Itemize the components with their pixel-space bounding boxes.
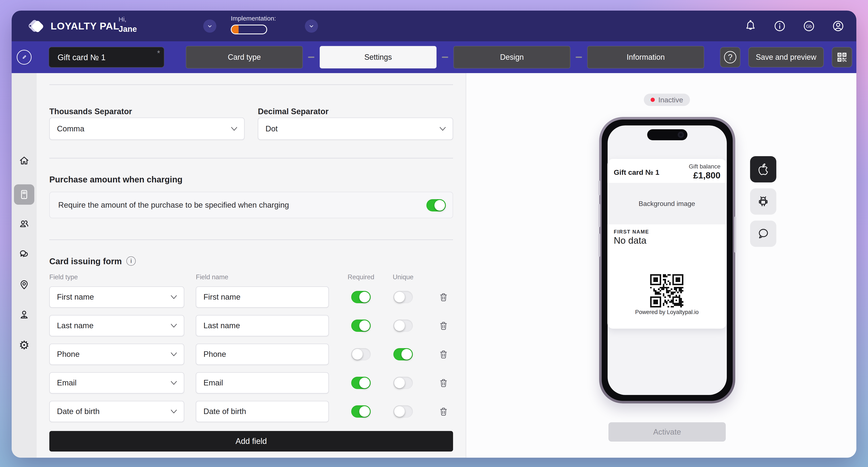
help-button[interactable]: ? bbox=[720, 47, 740, 67]
implementation-dropdown-button[interactable] bbox=[305, 20, 318, 33]
trash-icon[interactable] bbox=[438, 378, 448, 388]
field-type-select[interactable]: Email bbox=[49, 372, 184, 393]
thousands-separator-value: Comma bbox=[57, 118, 85, 139]
field-name-input[interactable]: Email bbox=[196, 372, 329, 393]
field-name-input[interactable]: First name bbox=[196, 287, 329, 308]
field-type-value: Last name bbox=[57, 316, 94, 336]
unique-toggle[interactable] bbox=[393, 405, 413, 418]
unique-toggle[interactable] bbox=[393, 377, 413, 389]
qr-code bbox=[650, 274, 683, 308]
sidebar-item-messages[interactable] bbox=[14, 244, 34, 264]
profile-button[interactable] bbox=[832, 20, 845, 33]
app-logo: LOYALTY PAL bbox=[27, 16, 119, 36]
card-toolbar: Gift card № 1 * Card type Settings Desig… bbox=[12, 41, 856, 73]
tab-connector bbox=[570, 57, 587, 58]
bell-icon bbox=[744, 20, 757, 33]
thousands-separator-select[interactable]: Comma bbox=[49, 118, 245, 140]
tab-card-type[interactable]: Card type bbox=[186, 46, 303, 68]
toggle-knob bbox=[394, 320, 405, 331]
card-steps-tabs: Card type Settings Design Information bbox=[186, 46, 704, 68]
activate-button[interactable]: Activate bbox=[609, 422, 726, 442]
purchase-section-title: Purchase amount when charging bbox=[49, 175, 183, 184]
top-navbar: LOYALTY PAL Hi, Jane Implementation: bbox=[12, 10, 856, 41]
trash-icon[interactable] bbox=[438, 321, 448, 331]
sidebar-item-cards[interactable] bbox=[14, 184, 34, 205]
chevron-down-icon bbox=[170, 352, 178, 357]
notifications-button[interactable] bbox=[744, 20, 757, 33]
column-header-field-type: Field type bbox=[49, 273, 78, 281]
preview-card-title: Gift card № 1 bbox=[614, 168, 659, 176]
add-field-button[interactable]: Add field bbox=[49, 431, 453, 451]
field-name-input[interactable]: Phone bbox=[196, 344, 329, 365]
chevron-down-icon bbox=[170, 409, 178, 414]
edit-card-name-button[interactable] bbox=[17, 50, 32, 65]
unique-toggle[interactable] bbox=[393, 320, 413, 332]
tab-information[interactable]: Information bbox=[587, 46, 704, 68]
column-header-unique: Unique bbox=[384, 273, 422, 281]
tab-settings[interactable]: Settings bbox=[320, 46, 437, 68]
required-toggle[interactable] bbox=[351, 291, 371, 303]
chevron-down-icon bbox=[170, 323, 178, 328]
tab-design[interactable]: Design bbox=[454, 46, 570, 68]
platform-chat-button[interactable] bbox=[750, 221, 776, 247]
required-toggle[interactable] bbox=[351, 377, 371, 389]
field-name-input[interactable]: Last name bbox=[196, 315, 329, 336]
trash-icon[interactable] bbox=[438, 406, 448, 416]
required-toggle[interactable] bbox=[351, 320, 371, 332]
decimal-separator-select[interactable]: Dot bbox=[258, 118, 453, 140]
phone-power-button bbox=[734, 216, 736, 253]
column-header-required: Required bbox=[342, 273, 380, 281]
sidebar-item-locations[interactable] bbox=[14, 274, 34, 295]
field-type-select[interactable]: First name bbox=[49, 287, 184, 308]
implementation-label: Implementation: bbox=[231, 15, 276, 22]
card-name-value: Gift card № 1 bbox=[58, 47, 106, 67]
field-name-value: Last name bbox=[204, 316, 240, 336]
trash-icon[interactable] bbox=[438, 292, 448, 302]
greeting-small: Hi, bbox=[119, 16, 137, 23]
require-amount-label: Require the amount of the purchase to be… bbox=[58, 192, 289, 218]
phone-volume-down-button bbox=[598, 233, 600, 257]
language-button[interactable]: Gb bbox=[802, 20, 815, 33]
decimal-separator-value: Dot bbox=[266, 118, 278, 139]
card-name-input[interactable]: Gift card № 1 * bbox=[49, 47, 164, 67]
info-icon[interactable]: i bbox=[126, 256, 136, 266]
gift-balance-label: Gift balance bbox=[689, 163, 720, 170]
background-placeholder-label: Background image bbox=[639, 200, 695, 208]
qr-code-button[interactable] bbox=[832, 47, 852, 67]
sidebar-item-settings[interactable]: ⚙ bbox=[14, 335, 34, 355]
field-type-select[interactable]: Last name bbox=[49, 315, 184, 336]
platform-android-button[interactable] bbox=[750, 188, 776, 215]
powered-by-label: Powered by Loyaltypal.io bbox=[608, 309, 726, 316]
unique-toggle[interactable] bbox=[393, 291, 413, 303]
required-toggle[interactable] bbox=[351, 405, 371, 418]
field-type-select[interactable]: Phone bbox=[49, 344, 184, 365]
phone-mute-switch bbox=[598, 180, 600, 195]
required-toggle[interactable] bbox=[351, 348, 371, 360]
status-badge: Inactive bbox=[644, 94, 690, 106]
info-button[interactable] bbox=[773, 20, 786, 33]
field-name-input[interactable]: Date of birth bbox=[196, 401, 329, 422]
required-mark: * bbox=[157, 49, 160, 58]
field-type-value: First name bbox=[57, 287, 94, 307]
sidebar-item-home[interactable] bbox=[14, 150, 34, 171]
sidebar-item-customers[interactable] bbox=[14, 213, 34, 234]
customers-icon bbox=[19, 218, 30, 230]
form-row: Date of birth Date of birth bbox=[49, 401, 453, 422]
field-type-select[interactable]: Date of birth bbox=[49, 401, 184, 422]
issuing-form-title: Card issuing formi bbox=[49, 256, 136, 266]
toggle-knob bbox=[359, 406, 370, 417]
field-type-value: Phone bbox=[57, 344, 80, 364]
greeting-dropdown-button[interactable] bbox=[203, 20, 216, 33]
background-image-placeholder: Background image bbox=[608, 183, 726, 224]
save-and-preview-button[interactable]: Save and preview bbox=[748, 47, 824, 67]
camera-icon bbox=[678, 132, 684, 138]
sidebar-item-staff[interactable] bbox=[14, 304, 34, 325]
require-amount-toggle[interactable] bbox=[426, 199, 446, 211]
edit-pencil-icon bbox=[20, 53, 28, 61]
chevron-down-icon bbox=[308, 23, 315, 29]
implementation-progress-bar bbox=[231, 25, 267, 34]
platform-apple-button[interactable] bbox=[750, 156, 776, 182]
trash-icon[interactable] bbox=[438, 349, 448, 359]
chat-bubbles-icon bbox=[19, 249, 30, 260]
unique-toggle[interactable] bbox=[393, 348, 413, 360]
